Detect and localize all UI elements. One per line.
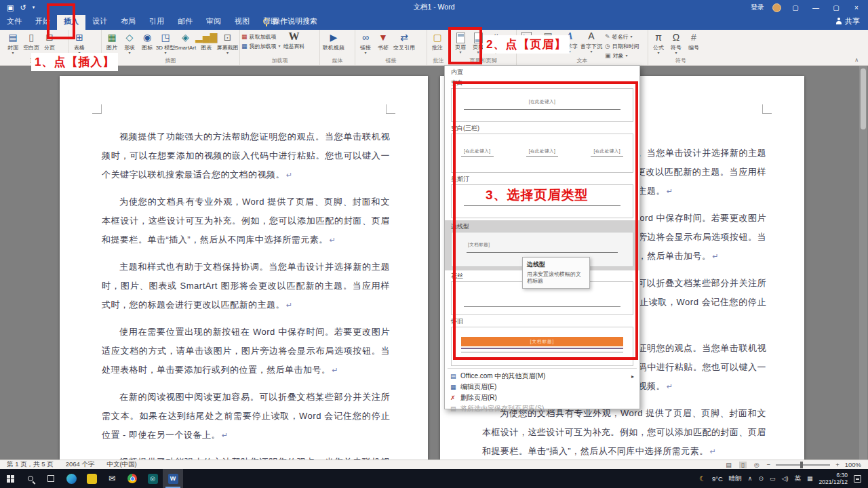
page-indicator[interactable]: 第 1 页，共 5 页 bbox=[7, 460, 54, 469]
undo-icon[interactable]: ↺ bbox=[20, 3, 26, 12]
ribbon-group-media: ▶ 联机视频 媒体 bbox=[320, 30, 355, 65]
ribbon-button[interactable]: π 公式 ▾ bbox=[650, 31, 667, 56]
ribbon-group-symbols: π 公式 ▾ Ω 符号 ▾ # 编号 符号 bbox=[648, 30, 713, 65]
ribbon-button[interactable]: ◳ 3D 模型 ▾ bbox=[156, 31, 175, 56]
start-button[interactable] bbox=[0, 469, 20, 488]
ribbon-button[interactable]: ⊟ 分页 bbox=[41, 31, 58, 52]
scrollbar-thumb[interactable] bbox=[861, 68, 866, 129]
chevron-down-icon: ▾ bbox=[165, 51, 167, 55]
zoom-level[interactable]: 100% bbox=[845, 461, 861, 468]
ribbon-button[interactable]: ◉ 图标 bbox=[138, 31, 156, 52]
zoom-in-button[interactable]: + bbox=[835, 461, 840, 468]
ribbon-tab[interactable]: 审阅 bbox=[199, 14, 228, 30]
share-button[interactable]: 共享 bbox=[827, 15, 868, 30]
ribbon-button[interactable]: ⊞ 表格 ▾ bbox=[71, 31, 88, 56]
ime-icon[interactable]: ▦ bbox=[807, 475, 813, 482]
display-icon[interactable]: ▭ bbox=[770, 475, 776, 482]
search-button[interactable] bbox=[20, 469, 41, 488]
weather-moon-icon[interactable]: ☾ bbox=[699, 474, 706, 483]
save-icon[interactable]: ▣ bbox=[7, 3, 14, 12]
ribbon-button[interactable]: ▦ 图片 bbox=[103, 31, 121, 52]
app-button-teal[interactable]: ◎ bbox=[142, 469, 163, 488]
ribbon-button[interactable]: ✎ 签名行 ▾ bbox=[605, 33, 642, 41]
notification-center-icon[interactable] bbox=[854, 475, 861, 483]
ribbon-button[interactable]: ▼ 书签 bbox=[374, 31, 392, 52]
ribbon-tab[interactable]: 插入 bbox=[57, 14, 85, 30]
person-icon bbox=[835, 18, 842, 24]
task-view-button[interactable] bbox=[41, 469, 61, 488]
chevron-down-icon: ▾ bbox=[525, 47, 527, 52]
ribbon-button[interactable]: ▤ 封面 ▾ bbox=[4, 31, 22, 56]
ribbon-button[interactable]: ◇ 形状 ▾ bbox=[121, 31, 138, 56]
sign-in-button[interactable]: 登录 bbox=[751, 3, 764, 12]
read-mode-button[interactable]: ▤ bbox=[724, 462, 734, 468]
menu-item[interactable]: ▦ 编辑页眉(E) bbox=[445, 382, 639, 392]
ribbon-button[interactable]: ▶ 联机视频 bbox=[321, 31, 346, 52]
ribbon-button[interactable]: ⇄ 交叉引用 bbox=[392, 31, 416, 52]
ribbon-tab[interactable]: 布局 bbox=[114, 14, 142, 30]
word-taskbar-button[interactable]: W bbox=[163, 469, 183, 488]
header-template-blank[interactable]: 空白 [在此处键入] bbox=[445, 79, 639, 122]
ribbon-button[interactable]: ▦ 获取加载项 bbox=[241, 33, 281, 41]
ribbon-button[interactable]: W 维基百科 bbox=[282, 30, 307, 50]
print-layout-button[interactable]: ▯ bbox=[739, 462, 747, 468]
web-layout-button[interactable]: ◎ bbox=[752, 462, 762, 468]
weather-temperature[interactable]: 9°C bbox=[712, 475, 723, 483]
tell-me-search[interactable]: 操作说明搜索 bbox=[263, 15, 317, 30]
edge-button[interactable] bbox=[61, 469, 81, 488]
ribbon-button[interactable]: ◈ SmartArt bbox=[175, 31, 196, 52]
mail-button[interactable]: ✉ bbox=[102, 469, 122, 488]
ribbon-button[interactable]: ∞ 链接 ▾ bbox=[357, 31, 374, 56]
ribbon-button[interactable]: ▦ 我的加载项 ▾ bbox=[241, 42, 281, 50]
ribbon-button[interactable]: ▯ 空白页 bbox=[22, 31, 41, 52]
language-indicator[interactable]: 中文(中国) bbox=[106, 460, 136, 469]
word-count[interactable]: 2064 个字 bbox=[66, 460, 95, 469]
ribbon-button[interactable]: # 页码 ▾ bbox=[487, 31, 505, 56]
chrome-button[interactable] bbox=[122, 469, 142, 488]
ribbon-display-options-icon[interactable]: ▢ bbox=[789, 4, 802, 12]
ribbon-tab[interactable]: 开始 bbox=[28, 14, 57, 30]
clock[interactable]: 6:30 2021/12/12 bbox=[818, 472, 848, 485]
zoom-slider[interactable] bbox=[776, 464, 830, 466]
document-page-left[interactable]: 视频提供了功能强大的方法帮助您证明您的观点。当您单击联机视频时，可以在想要添加的… bbox=[60, 76, 428, 460]
ribbon-tab[interactable]: 文件 bbox=[0, 14, 28, 30]
close-button[interactable]: × bbox=[850, 4, 863, 12]
zoom-out-button[interactable]: − bbox=[767, 461, 771, 468]
ribbon-tab[interactable]: 邮件 bbox=[171, 14, 199, 30]
ribbon-button[interactable]: ▤ 文档部件 ▾ bbox=[536, 30, 560, 54]
collapse-ribbon-icon[interactable]: ∧ bbox=[854, 57, 859, 63]
ribbon-button[interactable]: ▢ 批注 bbox=[429, 31, 446, 52]
ribbon-button[interactable]: A 首字下沉 ▾ bbox=[579, 30, 604, 54]
app-button-yellow[interactable] bbox=[81, 469, 102, 488]
avatar[interactable] bbox=[772, 3, 781, 12]
ribbon-tab[interactable]: 设计 bbox=[85, 14, 114, 30]
zoom-slider-thumb[interactable] bbox=[800, 462, 803, 468]
minimize-button[interactable]: — bbox=[810, 4, 822, 12]
ribbon-button[interactable]: # 编号 bbox=[685, 31, 703, 52]
ribbon-tab[interactable]: 引用 bbox=[142, 14, 171, 30]
qat-customize-icon[interactable]: ▾ bbox=[33, 5, 35, 10]
ribbon-button[interactable]: A 艺术字 ▾ bbox=[560, 30, 579, 54]
ribbon-button[interactable]: A 文本框 ▾ bbox=[517, 30, 536, 54]
header-template-austin[interactable]: 奥斯汀 bbox=[445, 175, 639, 218]
menu-item[interactable]: ▤ 将所选内容保存到页眉库(S)... bbox=[445, 403, 639, 414]
ribbon-button[interactable]: ▂▅▇ 图表 bbox=[196, 31, 217, 52]
ribbon-button[interactable]: Ω 符号 ▾ bbox=[667, 31, 685, 56]
vertical-scrollbar[interactable] bbox=[859, 66, 867, 460]
weather-condition[interactable]: 晴朗 bbox=[729, 474, 742, 483]
ribbon-button[interactable]: ⊡ 屏幕截图 ▾ bbox=[217, 31, 238, 56]
header-template-retrospect[interactable]: 怀旧 [文档标题] bbox=[445, 317, 639, 366]
header-template-blank-three-columns[interactable]: 空白(三栏) [在此处键入] [在此处键入] [在此处键入] bbox=[445, 124, 639, 173]
menu-item[interactable]: ✗ 删除页眉(R) bbox=[445, 392, 639, 403]
text-paragraph: 使用在需要位置出现的新按钮在 Word 中保存时间。若要更改图片适应文档的方式，… bbox=[102, 323, 390, 380]
input-language[interactable]: 英 bbox=[794, 474, 801, 483]
ribbon-button[interactable]: 页眉 ▾ bbox=[452, 31, 469, 55]
tray-expand-icon[interactable]: ∧ bbox=[748, 475, 753, 482]
speaker-icon[interactable]: ◁) bbox=[782, 475, 789, 482]
mouse-icon[interactable]: ⊙ bbox=[758, 475, 764, 482]
ribbon-button[interactable]: ◷ 日期和时间 bbox=[605, 42, 642, 50]
chevron-down-icon: ▾ bbox=[477, 50, 479, 54]
ribbon-button[interactable]: 页脚 ▾ bbox=[469, 31, 487, 55]
menu-item[interactable]: ▤ Office.com 中的其他页眉(M) ▸ bbox=[445, 371, 639, 382]
maximize-button[interactable]: ▢ bbox=[830, 4, 842, 12]
